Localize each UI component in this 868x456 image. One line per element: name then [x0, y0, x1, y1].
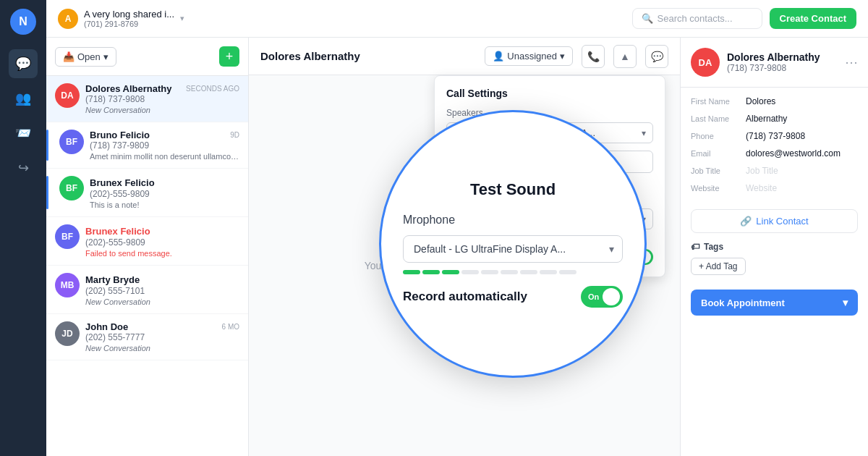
field-label: Job Title — [691, 166, 740, 175]
more-options-icon[interactable]: ⋯ — [845, 54, 858, 70]
conv-name: John Doe — [85, 321, 128, 332]
search-contacts-input[interactable]: 🔍 Search contacts... — [632, 8, 762, 29]
conv-info: Dolores Albernathy SECONDS AGO (718) 737… — [85, 83, 239, 114]
app-logo[interactable]: N — [10, 9, 36, 35]
conv-phone: (718) 737-9808 — [85, 94, 239, 104]
nav-messages[interactable]: 💬 — [9, 49, 38, 78]
workspace-phone: (701) 291-8769 — [84, 20, 174, 28]
magnify-volume-bar — [403, 270, 623, 274]
conv-sub: New Conversation — [85, 106, 239, 114]
conv-info: Marty Bryde (202) 555-7101 New Conversat… — [85, 273, 239, 306]
link-contact-button[interactable]: 🔗 Link Contact — [691, 209, 858, 233]
field-value: (718) 737-9808 — [746, 131, 805, 141]
magnify-record-row: Record automatically On — [403, 286, 623, 308]
tags-section: 🏷 Tags + Add Tag — [681, 242, 868, 284]
conv-phone: (202)-555-9809 — [85, 237, 239, 248]
call-button[interactable]: 📞 — [582, 45, 605, 68]
contact-header: DA Dolores Albernathy (718) 737-9808 ⋯ — [681, 38, 868, 88]
conv-time: SECONDS AGO — [186, 85, 239, 93]
more-options-button[interactable]: 💬 — [645, 45, 668, 68]
nav-campaigns[interactable]: 📨 — [9, 119, 38, 148]
new-conversation-button[interactable]: + — [219, 46, 239, 67]
assign-chevron-icon: ▾ — [560, 51, 565, 62]
magnify-microphone-select[interactable]: Default - LG UltraFine Display A... — [403, 235, 623, 263]
conv-name: Bruno Felicio — [90, 130, 150, 140]
conv-name: Dolores Albernathy — [85, 83, 171, 94]
call-settings-button[interactable]: ▲ — [613, 45, 637, 68]
field-value: dolores@westworld.com — [746, 148, 841, 159]
field-last-name: Last Name Albernathy — [691, 114, 858, 124]
search-placeholder: Search contacts... — [658, 13, 733, 24]
field-job-title: Job Title Job Title — [691, 166, 858, 176]
open-filter-chevron-icon: ▾ — [103, 51, 109, 62]
book-appointment-button[interactable]: Book Appointment ▾ — [691, 290, 858, 316]
create-contact-button[interactable]: Create Contact — [770, 8, 856, 29]
book-appointment-label: Book Appointment — [701, 297, 785, 308]
avatar: BF — [59, 130, 84, 154]
conv-info: Brunex Felicio (202)-555-9809 This is a … — [90, 176, 239, 209]
contact-fields: First Name Dolores Last Name Albernathy … — [681, 88, 868, 209]
conversation-item[interactable]: MB Marty Bryde (202) 555-7101 New Conver… — [46, 266, 248, 314]
conv-sub: New Conversation — [85, 297, 239, 306]
avatar: BF — [55, 224, 80, 249]
person-icon: 👤 — [493, 51, 504, 62]
conv-info: Brunex Felicio (202)-555-9809 Failed to … — [85, 224, 239, 258]
inbox-icon: 📥 — [63, 51, 75, 62]
workspace-avatar: A — [58, 9, 78, 29]
conv-info: Bruno Felicio 9D (718) 737-9809 Amet min… — [90, 130, 239, 161]
field-email: Email dolores@westworld.com — [691, 148, 858, 159]
assign-label: Unassigned — [507, 51, 557, 62]
avatar: BF — [59, 176, 84, 200]
conversation-item[interactable]: BF Brunex Felicio (202)-555-9809 Failed … — [46, 217, 248, 266]
chat-contact-title: Dolores Albernathy — [260, 50, 360, 62]
field-placeholder: Website — [746, 183, 777, 193]
contact-avatar: DA — [691, 48, 720, 77]
nav-contacts[interactable]: 👥 — [9, 84, 38, 113]
magnify-record-toggle[interactable]: On — [581, 286, 623, 308]
conv-sub: This is a note! — [90, 200, 239, 209]
sidebar-nav: N 💬 👥 📨 ↪ — [0, 0, 46, 456]
volume-segment — [501, 270, 518, 274]
field-value: Dolores — [746, 96, 775, 106]
conv-info: John Doe 6 MO (202) 555-7777 New Convers… — [85, 321, 239, 352]
workspace-info[interactable]: A A very long shared i... (701) 291-8769… — [58, 9, 184, 29]
link-icon: 🔗 — [740, 216, 752, 227]
conv-sub: New Conversation — [85, 344, 239, 352]
book-appointment-chevron-icon: ▾ — [843, 297, 848, 308]
workspace-chevron-icon: ▾ — [180, 14, 184, 23]
field-label: Email — [691, 149, 740, 158]
main-chat-area: Dolores Albernathy 👤 Unassigned ▾ 📞 ▲ 💬 … — [249, 38, 680, 456]
conv-name: Marty Bryde — [85, 274, 140, 285]
conversation-item[interactable]: DA Dolores Albernathy SECONDS AGO (718) … — [46, 76, 248, 122]
conversation-item[interactable]: BF Bruno Felicio 9D (718) 737-9809 Amet … — [46, 122, 248, 169]
add-tag-button[interactable]: + Add Tag — [691, 258, 746, 275]
magnify-overlay: Test Sound Mrophone Default - LG UltraFi… — [379, 110, 647, 378]
nav-workflows[interactable]: ↪ — [9, 153, 38, 182]
magnify-toggle-knob — [603, 288, 620, 305]
volume-segment — [520, 270, 537, 274]
workspace-name: A very long shared i... — [84, 9, 174, 20]
assign-button[interactable]: 👤 Unassigned ▾ — [485, 46, 573, 66]
field-first-name: First Name Dolores — [691, 96, 858, 106]
avatar: DA — [55, 83, 80, 108]
volume-segment — [540, 270, 557, 274]
volume-segment — [442, 270, 459, 274]
tags-label: 🏷 Tags — [691, 242, 858, 252]
field-label: First Name — [691, 97, 740, 106]
unread-indicator — [46, 176, 48, 209]
conv-sub: Failed to send message. — [85, 249, 239, 258]
conversation-item[interactable]: JD John Doe 6 MO (202) 555-7777 New Conv… — [46, 314, 248, 360]
open-filter-label: Open — [77, 51, 101, 62]
contact-phone: (718) 737-9808 — [727, 63, 820, 73]
chat-header: Dolores Albernathy 👤 Unassigned ▾ 📞 ▲ 💬 — [249, 38, 680, 75]
conv-list-header: 📥 Open ▾ + — [46, 38, 248, 76]
conversation-item[interactable]: BF Brunex Felicio (202)-555-9809 This is… — [46, 169, 248, 217]
magnify-title: Test Sound — [470, 180, 556, 199]
open-filter-button[interactable]: 📥 Open ▾ — [55, 47, 116, 67]
volume-segment — [403, 270, 420, 274]
contact-panel: DA Dolores Albernathy (718) 737-9808 ⋯ F… — [680, 38, 868, 456]
volume-segment — [559, 270, 576, 274]
magnify-select-wrap: Default - LG UltraFine Display A... — [403, 235, 623, 263]
conv-name: Brunex Felicio — [90, 177, 155, 188]
conv-time: 6 MO — [222, 323, 239, 331]
